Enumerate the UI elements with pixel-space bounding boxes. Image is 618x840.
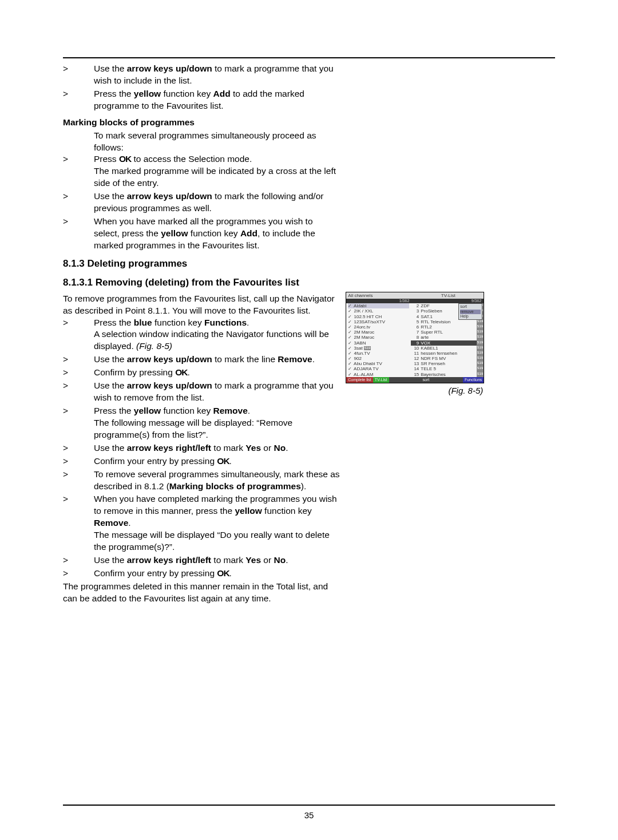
step-marker: > [63,63,94,87]
fig-footer: Complete list TV-List sort Functions [346,377,484,383]
instruction-step: > To remove several programmes simultane… [63,469,340,493]
instruction-step: > Press the blue function key Functions.… [63,317,340,353]
subheading-marking-blocks: Marking blocks of programmes [63,117,340,129]
intro-text: To mark several programmes simultaneousl… [94,130,340,154]
fig-header-right: TV-List [413,292,484,299]
fig-popup: sort remove Help [458,303,482,320]
fig-left-row: ✓ Aldabi [348,303,409,308]
fig-right-row: 13SR FernsehS19 [411,361,484,366]
figure-8-5: All channels TV-List 1/362 9/362 ✓ Aldab… [346,292,484,383]
heading-8-1-3-1: 8.1.3.1 Removing (deleting) from the Fav… [63,276,340,290]
closing-text: The programmes deleted in this manner re… [63,581,340,605]
instruction-step: > Use the arrow keys right/left to mark … [63,442,340,454]
instruction-step: > Use the arrow keys up/down to mark the… [63,191,340,215]
fig-left-list: ✓ Aldabi✓ 2IK / XXL✓ 102.5 HIT CH✓ 123SA… [346,303,409,377]
step-text: Press the yellow function key Add to add… [94,88,340,112]
intro-text: To remove programmes from the Favourites… [63,293,340,317]
fig-right-row: 6RTL2S19 [411,324,484,330]
fig-left-row: ✓ Abu Dhabi TV [348,361,409,366]
fig-left-row: ✓ 3satS19 [348,346,409,351]
fig-right-row: 9VOXS19 [411,340,484,346]
instruction-step: > Press the yellow function key Remove. … [63,405,340,441]
page-number: 35 [0,810,618,820]
fig-right-row: 8arteS19 [411,335,484,340]
instruction-step: > Use the arrow keys up/down to mark a p… [63,380,340,404]
fig-right-row: 14TELE 5S19 [411,366,484,371]
fig-left-row: ✓ 2IK / XXL [348,308,409,314]
instruction-step: > Use the arrow keys right/left to mark … [63,554,340,566]
fig-left-row: ✓ 2M Maroc [348,335,409,340]
fig-header-left: All channels [346,292,413,299]
document-page: > Use the arrow keys up/down to mark a p… [0,0,618,840]
fig-right-row: 15BayerischesS19 [411,372,484,377]
instruction-step: > Use the arrow keys up/down to mark the… [63,354,340,366]
instruction-step: > Use the arrow keys up/down to mark a p… [63,63,340,87]
fig-left-row: ✓ ADJARA TV [348,366,409,371]
main-text-column: > Use the arrow keys up/down to mark a p… [63,63,340,605]
fig-right-row: 11hessen fernsehenS19 [411,351,484,356]
instruction-step: > Press OK to access the Selection mode.… [63,153,340,189]
bottom-rule [63,805,555,806]
top-rule [63,57,555,58]
instruction-step: > Confirm by pressing OK. [63,367,340,379]
fig-left-row: ✓ 4fun.TV [348,351,409,356]
instruction-step: > Confirm your entry by pressing OK. [63,568,340,580]
fig-right-row: 10KABEL1S19 [411,346,484,351]
fig-right-row: 7Super RTLS19 [411,330,484,335]
instruction-step: > When you have marked all the programme… [63,216,340,252]
fig-right-list: 2ZDFS193ProSiebenS194SAT.1S195RTL Televi… [409,303,484,377]
fig-left-row: ✓ 3ABN [348,340,409,346]
instruction-step: > Confirm your entry by pressing OK. [63,455,340,467]
figure-column: All channels TV-List 1/362 9/362 ✓ Aldab… [340,63,555,605]
fig-left-row: ✓ 2M Maroc [348,330,409,335]
heading-8-1-3: 8.1.3 Deleting programmes [63,257,340,271]
fig-left-row: ✓ 902 [348,356,409,361]
fig-left-row: ✓ 102.5 HIT CH [348,314,409,319]
fig-right-row: 12NDR FS MVS19 [411,356,484,361]
step-text: Use the arrow keys up/down to mark a pro… [94,63,340,87]
step-marker: > [63,88,94,112]
instruction-step: > When you have completed marking the pr… [63,493,340,553]
figure-caption: (Fig. 8-5) [346,386,483,395]
fig-left-row: ✓ 24orc.tv [348,324,409,330]
instruction-step: > Press the yellow function key Add to a… [63,88,340,112]
fig-left-row: ✓ 123SAT/soXTV [348,319,409,324]
fig-left-row: ✓ AL-ALAM [348,372,409,377]
